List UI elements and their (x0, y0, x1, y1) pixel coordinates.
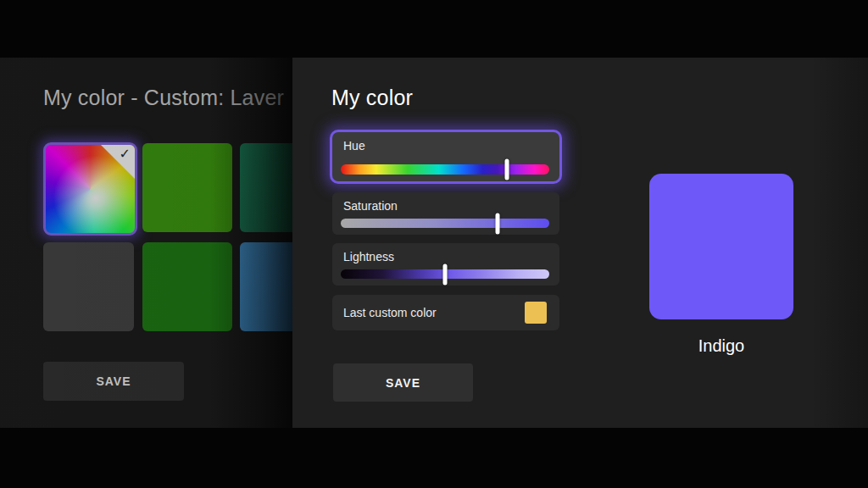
page-title-background: My color - Custom: Laver (43, 86, 284, 110)
swatch-custom-picker[interactable]: ✓ (43, 142, 137, 236)
lightness-slider-thumb[interactable] (443, 263, 448, 285)
hue-slider[interactable]: Hue (330, 130, 562, 184)
last-custom-color-label: Last custom color (343, 306, 437, 319)
saturation-track[interactable] (341, 219, 549, 228)
hue-slider-thumb[interactable] (504, 159, 509, 180)
checkmark-icon: ✓ (120, 146, 131, 162)
save-button-background[interactable]: SAVE (43, 362, 184, 401)
last-custom-color-row[interactable]: Last custom color (332, 295, 559, 330)
color-preview-name: Indigo (649, 336, 793, 356)
lightness-slider[interactable]: Lightness (332, 243, 559, 286)
last-custom-color-swatch (525, 302, 547, 324)
hue-track[interactable] (341, 164, 549, 175)
swatch-green[interactable] (142, 143, 232, 232)
swatch-gray[interactable] (43, 242, 134, 331)
swatch-dark-green[interactable] (142, 242, 232, 331)
lightness-label: Lightness (343, 250, 394, 263)
hue-label: Hue (343, 139, 365, 152)
saturation-label: Saturation (343, 199, 398, 213)
save-button[interactable]: SAVE (333, 363, 473, 402)
swatch-blue[interactable] (240, 242, 292, 331)
color-preview-swatch (649, 174, 793, 319)
color-list-panel: My color - Custom: Laver ✓ SAVE (0, 58, 292, 428)
swatch-teal[interactable] (240, 143, 292, 232)
saturation-slider-thumb[interactable] (495, 213, 499, 234)
lightness-track[interactable] (341, 269, 549, 279)
my-color-dialog: My color Hue Saturation Lightness Last c… (292, 58, 868, 428)
dialog-title: My color (331, 86, 413, 110)
saturation-slider[interactable]: Saturation (332, 192, 559, 235)
